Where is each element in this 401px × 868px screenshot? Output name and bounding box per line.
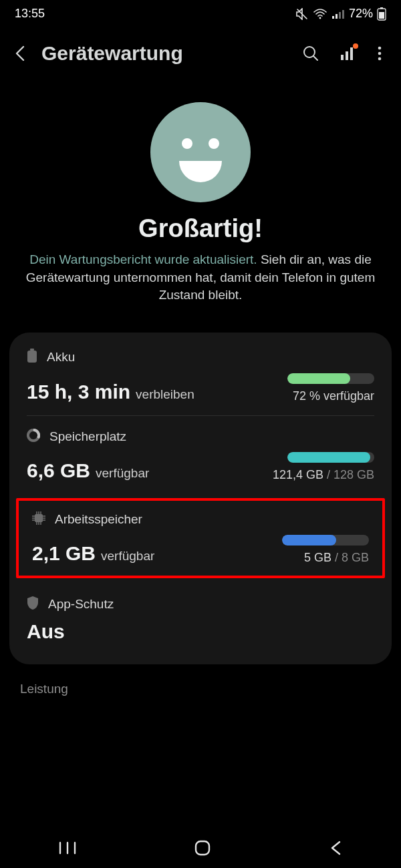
memory-bar-fill xyxy=(282,535,336,546)
storage-bar-fill xyxy=(287,452,370,463)
appsec-label: App-Schutz xyxy=(48,597,114,612)
svg-rect-10 xyxy=(341,55,344,60)
memory-row[interactable]: Arbeitsspeicher 2,1 GB verfügbar 5 GB / … xyxy=(19,501,382,576)
svg-point-0 xyxy=(319,17,321,19)
signal-icon xyxy=(331,9,345,19)
status-time: 13:55 xyxy=(15,7,45,21)
svg-rect-2 xyxy=(336,14,338,19)
status-bar: 13:55 72% xyxy=(0,0,401,25)
svg-rect-3 xyxy=(339,12,341,19)
mute-icon xyxy=(295,8,309,20)
svg-point-16 xyxy=(150,102,251,202)
hero-subtitle-accent: Dein Wartungsbericht wurde aktualisiert. xyxy=(29,252,257,266)
battery-value: 15 h, 3 min xyxy=(27,381,130,403)
appsec-row[interactable]: App-Schutz Aus xyxy=(9,582,392,655)
memory-value: 2,1 GB xyxy=(32,542,96,565)
battery-side-text: 72 % verfügbar xyxy=(287,389,374,403)
storage-icon xyxy=(27,429,40,445)
memory-suffix: verfügbar xyxy=(101,549,154,564)
storage-bar xyxy=(287,452,374,463)
back-button[interactable] xyxy=(12,45,29,62)
svg-rect-6 xyxy=(379,12,384,19)
storage-suffix: verfügbar xyxy=(96,466,149,481)
svg-rect-1 xyxy=(332,16,334,19)
svg-rect-20 xyxy=(30,349,34,351)
notification-dot-icon xyxy=(353,43,358,49)
system-navbar xyxy=(0,828,401,868)
performance-section-header: Leistung xyxy=(0,664,401,702)
svg-rect-19 xyxy=(27,351,37,363)
storage-row[interactable]: Speicherplatz 6,6 GB verfügbar 121,4 GB … xyxy=(9,415,392,494)
nav-recents-button[interactable] xyxy=(58,841,77,855)
appsec-value: Aus xyxy=(27,620,65,643)
more-button[interactable] xyxy=(377,45,382,62)
svg-point-18 xyxy=(209,138,219,149)
search-button[interactable] xyxy=(302,45,319,62)
memory-bar xyxy=(282,535,369,546)
svg-rect-7 xyxy=(380,7,383,9)
svg-rect-37 xyxy=(196,841,209,855)
storage-side-text: 121,4 GB / 128 GB xyxy=(273,468,374,482)
battery-icon xyxy=(27,349,37,367)
battery-icon xyxy=(377,7,386,21)
svg-line-9 xyxy=(313,56,317,60)
svg-rect-11 xyxy=(346,51,348,60)
svg-point-15 xyxy=(378,57,382,61)
wifi-icon xyxy=(313,8,327,20)
svg-rect-21 xyxy=(35,514,43,522)
storage-value: 6,6 GB xyxy=(27,459,90,482)
hero-title: Großartig! xyxy=(19,214,382,243)
memory-icon xyxy=(32,511,45,528)
shield-icon xyxy=(27,596,39,614)
status-battery-text: 72% xyxy=(349,7,373,21)
hero-section: Großartig! Dein Wartungsbericht wurde ak… xyxy=(0,77,401,318)
nav-back-button[interactable] xyxy=(328,840,343,856)
battery-bar-fill xyxy=(287,373,350,384)
memory-side-text: 5 GB / 8 GB xyxy=(282,551,369,565)
battery-row[interactable]: Akku 15 h, 3 min verbleiben 72 % verfügb… xyxy=(9,335,392,415)
battery-suffix: verbleiben xyxy=(136,387,194,402)
status-face-icon xyxy=(150,102,251,202)
svg-point-14 xyxy=(378,52,382,55)
svg-rect-12 xyxy=(350,47,353,60)
hero-subtitle: Dein Wartungsbericht wurde aktualisiert.… xyxy=(19,251,382,304)
storage-label: Speicherplatz xyxy=(49,429,126,444)
chart-button[interactable] xyxy=(340,45,357,62)
status-card: Akku 15 h, 3 min verbleiben 72 % verfügb… xyxy=(9,333,392,664)
memory-highlight: Arbeitsspeicher 2,1 GB verfügbar 5 GB / … xyxy=(16,498,385,578)
memory-label: Arbeitsspeicher xyxy=(55,512,142,527)
nav-home-button[interactable] xyxy=(194,839,211,857)
svg-point-17 xyxy=(182,138,192,149)
svg-rect-4 xyxy=(342,10,344,19)
battery-bar xyxy=(287,373,374,384)
page-title: Gerätewartung xyxy=(41,42,290,65)
app-header: Gerätewartung xyxy=(0,25,401,77)
battery-label: Akku xyxy=(47,350,75,365)
svg-point-13 xyxy=(378,47,382,50)
